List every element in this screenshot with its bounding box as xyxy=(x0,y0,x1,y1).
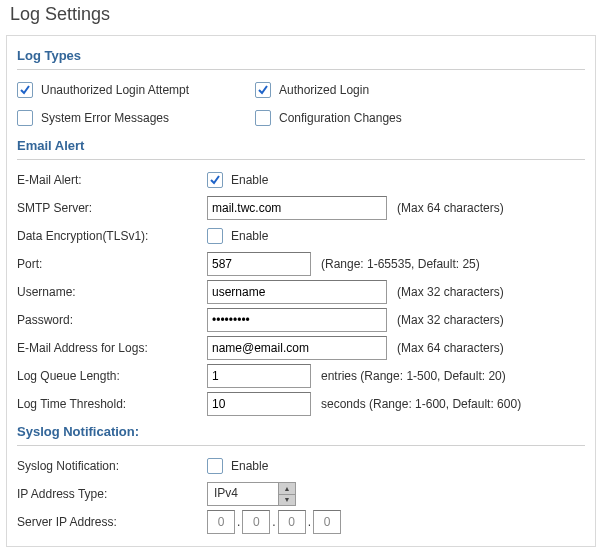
select-value: IPv4 xyxy=(208,483,278,505)
label-smtp-server: SMTP Server: xyxy=(17,199,207,217)
hint-port: (Range: 1-65535, Default: 25) xyxy=(321,257,480,271)
checkbox-label: Configuration Changes xyxy=(279,111,402,125)
label-username: Username: xyxy=(17,283,207,301)
checkbox-email-alert-enable[interactable]: Enable xyxy=(207,172,268,188)
checkbox-syslog-enable[interactable]: Enable xyxy=(207,458,268,474)
label-port: Port: xyxy=(17,255,207,273)
hint-password: (Max 32 characters) xyxy=(397,313,504,327)
dot-separator: . xyxy=(308,515,311,529)
time-threshold-input[interactable] xyxy=(207,392,311,416)
check-icon xyxy=(255,82,271,98)
section-header-email-alert: Email Alert xyxy=(17,132,585,157)
checkbox-icon xyxy=(207,228,223,244)
checkbox-label: Enable xyxy=(231,459,268,473)
label-syslog-notification: Syslog Notification: xyxy=(17,457,207,475)
checkbox-label: Enable xyxy=(231,229,268,243)
checkbox-label: Authorized Login xyxy=(279,83,369,97)
password-input[interactable] xyxy=(207,308,387,332)
checkbox-icon xyxy=(207,458,223,474)
ip-octet-3-input[interactable] xyxy=(278,510,306,534)
label-queue-length: Log Queue Length: xyxy=(17,367,207,385)
checkbox-label: Enable xyxy=(231,173,268,187)
divider xyxy=(17,159,585,160)
hint-smtp: (Max 64 characters) xyxy=(397,201,504,215)
check-icon xyxy=(207,172,223,188)
section-header-syslog: Syslog Notification: xyxy=(17,418,585,443)
divider xyxy=(17,69,585,70)
ip-octet-1-input[interactable] xyxy=(207,510,235,534)
label-email-alert: E-Mail Alert: xyxy=(17,171,207,189)
divider xyxy=(17,445,585,446)
ip-octet-4-input[interactable] xyxy=(313,510,341,534)
checkbox-unauth-login[interactable]: Unauthorized Login Attempt xyxy=(17,82,227,98)
checkbox-label: System Error Messages xyxy=(41,111,169,125)
checkbox-icon xyxy=(17,110,33,126)
page-title: Log Settings xyxy=(10,4,596,25)
username-input[interactable] xyxy=(207,280,387,304)
settings-panel: Log Types Unauthorized Login Attempt Aut… xyxy=(6,35,596,547)
label-server-ip: Server IP Address: xyxy=(17,513,207,531)
checkbox-auth-login[interactable]: Authorized Login xyxy=(255,82,369,98)
checkbox-tls-enable[interactable]: Enable xyxy=(207,228,268,244)
ip-type-select[interactable]: IPv4 ▲▼ xyxy=(207,482,296,506)
label-tls: Data Encryption(TLSv1): xyxy=(17,227,207,245)
section-header-log-types: Log Types xyxy=(17,42,585,67)
label-time-threshold: Log Time Threshold: xyxy=(17,395,207,413)
spinner-icon: ▲▼ xyxy=(278,483,295,505)
log-types-row-2: System Error Messages Configuration Chan… xyxy=(17,104,585,132)
checkbox-config-changes[interactable]: Configuration Changes xyxy=(255,110,402,126)
checkbox-label: Unauthorized Login Attempt xyxy=(41,83,189,97)
label-password: Password: xyxy=(17,311,207,329)
label-email-address: E-Mail Address for Logs: xyxy=(17,339,207,357)
checkbox-icon xyxy=(255,110,271,126)
port-input[interactable] xyxy=(207,252,311,276)
hint-email-address: (Max 64 characters) xyxy=(397,341,504,355)
email-address-input[interactable] xyxy=(207,336,387,360)
dot-separator: . xyxy=(272,515,275,529)
log-types-row-1: Unauthorized Login Attempt Authorized Lo… xyxy=(17,76,585,104)
check-icon xyxy=(17,82,33,98)
hint-username: (Max 32 characters) xyxy=(397,285,504,299)
smtp-server-input[interactable] xyxy=(207,196,387,220)
label-ip-type: IP Address Type: xyxy=(17,485,207,503)
dot-separator: . xyxy=(237,515,240,529)
hint-queue-length: entries (Range: 1-500, Default: 20) xyxy=(321,369,506,383)
ip-octet-2-input[interactable] xyxy=(242,510,270,534)
queue-length-input[interactable] xyxy=(207,364,311,388)
hint-time-threshold: seconds (Range: 1-600, Default: 600) xyxy=(321,397,521,411)
checkbox-sys-error[interactable]: System Error Messages xyxy=(17,110,227,126)
